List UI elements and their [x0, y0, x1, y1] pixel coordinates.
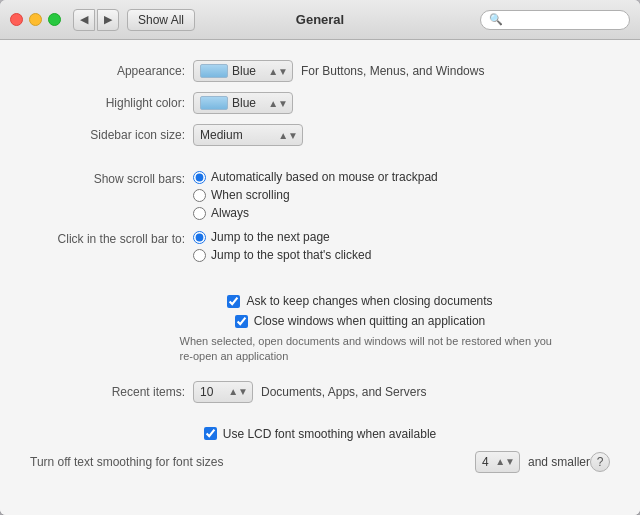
ask-keep-row: Ask to keep changes when closing documen…	[227, 294, 492, 308]
font-smoothing-arrow: ▲▼	[495, 456, 515, 467]
minimize-button[interactable]	[29, 13, 42, 26]
checkboxes-section: Ask to keep changes when closing documen…	[110, 294, 610, 373]
appearance-row: Appearance: Blue ▲▼ For Buttons, Menus, …	[30, 60, 610, 82]
window-title: General	[296, 12, 344, 27]
scroll-always-row: Always	[193, 206, 438, 220]
font-smoothing-row: Turn off text smoothing for font sizes 4…	[30, 451, 610, 473]
highlight-color-select[interactable]: Blue ▲▼	[193, 92, 293, 114]
search-box[interactable]: 🔍	[480, 10, 630, 30]
close-windows-row: Close windows when quitting an applicati…	[235, 314, 485, 328]
back-button[interactable]: ◀	[73, 9, 95, 31]
click-scroll-bar-group: Jump to the next page Jump to the spot t…	[193, 230, 371, 262]
sidebar-icon-size-row: Sidebar icon size: Medium ▲▼	[30, 124, 610, 146]
titlebar: ◀ ▶ Show All General 🔍	[0, 0, 640, 40]
scroll-always-radio[interactable]	[193, 207, 206, 220]
show-scroll-bars-row: Show scroll bars: Automatically based on…	[30, 170, 610, 220]
search-input[interactable]	[507, 13, 621, 27]
click-scroll-bar-row: Click in the scroll bar to: Jump to the …	[30, 230, 610, 262]
maximize-button[interactable]	[48, 13, 61, 26]
scroll-auto-label: Automatically based on mouse or trackpad	[211, 170, 438, 184]
lcd-font-checkbox[interactable]	[204, 427, 217, 440]
close-windows-checkbox[interactable]	[235, 315, 248, 328]
ask-keep-checkbox[interactable]	[227, 295, 240, 308]
recent-items-side-text: Documents, Apps, and Servers	[261, 385, 426, 399]
highlight-color-arrow: ▲▼	[268, 98, 288, 109]
font-smoothing-label: Turn off text smoothing for font sizes	[30, 455, 469, 469]
help-button[interactable]: ?	[590, 452, 610, 472]
scroll-always-label: Always	[211, 206, 249, 220]
appearance-label: Appearance:	[30, 64, 185, 78]
sidebar-icon-size-value: Medium	[200, 128, 274, 142]
highlight-color-swatch	[200, 96, 228, 110]
click-spot-label: Jump to the spot that's clicked	[211, 248, 371, 262]
font-smoothing-side-text: and smaller	[528, 455, 590, 469]
lcd-font-row: Use LCD font smoothing when available	[30, 427, 610, 441]
highlight-color-value: Blue	[232, 96, 264, 110]
appearance-arrow: ▲▼	[268, 66, 288, 77]
scroll-when-radio[interactable]	[193, 189, 206, 202]
content: Appearance: Blue ▲▼ For Buttons, Menus, …	[0, 40, 640, 515]
appearance-value: Blue	[232, 64, 264, 78]
recent-items-value: 10	[200, 385, 224, 399]
click-spot-row: Jump to the spot that's clicked	[193, 248, 371, 262]
forward-button[interactable]: ▶	[97, 9, 119, 31]
divider-1	[30, 156, 610, 170]
highlight-color-label: Highlight color:	[30, 96, 185, 110]
close-button[interactable]	[10, 13, 23, 26]
nav-buttons: ◀ ▶	[73, 9, 119, 31]
click-next-page-row: Jump to the next page	[193, 230, 371, 244]
recent-items-arrow: ▲▼	[228, 386, 248, 397]
recent-items-select[interactable]: 10 ▲▼	[193, 381, 253, 403]
appearance-color-swatch	[200, 64, 228, 78]
scroll-auto-row: Automatically based on mouse or trackpad	[193, 170, 438, 184]
recent-items-row: Recent items: 10 ▲▼ Documents, Apps, and…	[30, 381, 610, 403]
window: ◀ ▶ Show All General 🔍 Appearance: Blue …	[0, 0, 640, 515]
font-smoothing-select[interactable]: 4 ▲▼	[475, 451, 520, 473]
show-scroll-bars-group: Automatically based on mouse or trackpad…	[193, 170, 438, 220]
appearance-side-text: For Buttons, Menus, and Windows	[301, 64, 484, 78]
ask-keep-label: Ask to keep changes when closing documen…	[246, 294, 492, 308]
highlight-color-row: Highlight color: Blue ▲▼	[30, 92, 610, 114]
lcd-font-label: Use LCD font smoothing when available	[223, 427, 436, 441]
sidebar-icon-size-select[interactable]: Medium ▲▼	[193, 124, 303, 146]
click-scroll-bar-label: Click in the scroll bar to:	[30, 230, 185, 246]
sidebar-icon-size-arrow: ▲▼	[278, 130, 298, 141]
recent-items-label: Recent items:	[30, 385, 185, 399]
close-windows-label: Close windows when quitting an applicati…	[254, 314, 485, 328]
appearance-select[interactable]: Blue ▲▼	[193, 60, 293, 82]
divider-3	[30, 413, 610, 427]
traffic-lights	[10, 13, 61, 26]
search-icon: 🔍	[489, 13, 503, 26]
click-spot-radio[interactable]	[193, 249, 206, 262]
close-windows-note: When selected, open documents and window…	[180, 334, 560, 365]
show-all-button[interactable]: Show All	[127, 9, 195, 31]
sidebar-icon-size-label: Sidebar icon size:	[30, 128, 185, 142]
divider-2	[30, 272, 610, 286]
click-next-page-label: Jump to the next page	[211, 230, 330, 244]
scroll-when-label: When scrolling	[211, 188, 290, 202]
font-smoothing-value: 4	[482, 455, 491, 469]
scroll-auto-radio[interactable]	[193, 171, 206, 184]
click-next-page-radio[interactable]	[193, 231, 206, 244]
scroll-when-row: When scrolling	[193, 188, 438, 202]
show-scroll-bars-label: Show scroll bars:	[30, 170, 185, 186]
